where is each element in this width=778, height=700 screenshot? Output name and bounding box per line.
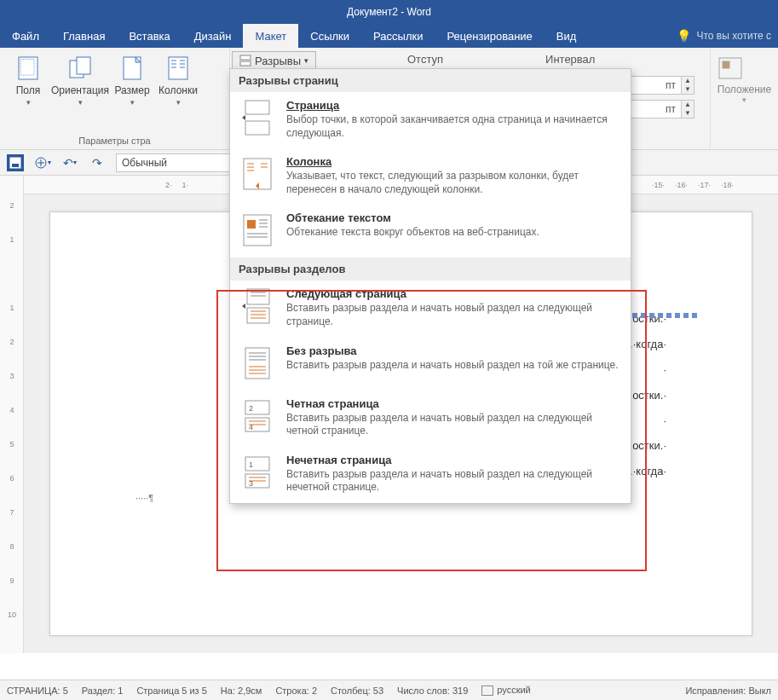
- status-line[interactable]: Строка: 2: [275, 686, 317, 696]
- menu-bar: Файл Главная Вставка Дизайн Макет Ссылки…: [0, 24, 778, 48]
- break-column-item[interactable]: Колонка Указывает, что текст, следующий …: [230, 148, 631, 205]
- svg-rect-12: [240, 55, 251, 60]
- menu-design[interactable]: Дизайн: [182, 24, 244, 48]
- menu-home[interactable]: Главная: [51, 24, 117, 48]
- title-bar: Документ2 - Word: [0, 0, 778, 24]
- chevron-down-icon: ▾: [130, 98, 135, 107]
- break-odd-desc: Вставить разрыв раздела и начать новый р…: [286, 468, 622, 495]
- margins-label: Поля: [16, 85, 41, 96]
- page-break-icon: [239, 99, 276, 136]
- break-wrap-desc: Обтекание текста вокруг объектов на веб-…: [286, 226, 622, 240]
- break-even-desc: Вставить разрыв раздела и начать новый р…: [286, 412, 622, 438]
- save-button[interactable]: [7, 154, 24, 171]
- break-column-desc: Указывает, что текст, следующий за разры…: [286, 170, 622, 196]
- break-continuous-item[interactable]: Без разрыва Вставить разрыв раздела и на…: [230, 338, 631, 390]
- chevron-down-icon: ▾: [78, 98, 83, 107]
- break-wrap-title: Обтекание текстом: [286, 211, 622, 224]
- spin-up-icon[interactable]: ▲: [682, 77, 694, 85]
- book-icon: [481, 686, 493, 696]
- status-words[interactable]: Число слов: 319: [397, 686, 468, 696]
- svg-rect-28: [244, 215, 271, 246]
- undo-button[interactable]: ↶▾: [61, 154, 78, 171]
- chevron-down-icon: ▾: [304, 56, 308, 65]
- break-column-title: Колонка: [286, 155, 622, 168]
- orientation-button[interactable]: Ориентация ▾: [51, 51, 109, 107]
- svg-rect-0: [19, 57, 37, 79]
- break-continuous-title: Без разрыва: [286, 344, 622, 357]
- break-wrap-item[interactable]: Обтекание текстом Обтекание текста вокру…: [230, 205, 631, 257]
- menu-layout[interactable]: Макет: [243, 24, 298, 48]
- menu-insert[interactable]: Вставка: [117, 24, 182, 48]
- even-page-break-icon: 24: [239, 397, 276, 435]
- vertical-ruler: 2112345678910: [0, 176, 24, 653]
- margins-button[interactable]: Поля ▾: [5, 51, 51, 107]
- redo-button[interactable]: ↷: [89, 154, 106, 171]
- orientation-icon: [66, 55, 94, 82]
- svg-rect-20: [245, 101, 269, 114]
- margins-icon: [14, 55, 42, 82]
- menu-mailings[interactable]: Рассылки: [361, 24, 435, 48]
- size-button[interactable]: Размер ▾: [109, 51, 155, 107]
- columns-button[interactable]: Колонки ▾: [155, 51, 201, 107]
- svg-text:4: 4: [249, 423, 253, 431]
- menu-file[interactable]: Файл: [0, 24, 51, 48]
- spacing-before-spinner[interactable]: пт ▲▼: [631, 76, 694, 95]
- size-icon: [118, 55, 146, 82]
- spacing-before-input[interactable]: [631, 79, 666, 91]
- size-label: Размер: [114, 85, 149, 96]
- menu-view[interactable]: Вид: [545, 24, 589, 48]
- svg-rect-35: [247, 289, 269, 304]
- spin-down-icon[interactable]: ▼: [682, 109, 694, 118]
- bulb-icon: 💡: [677, 29, 691, 43]
- break-odd-page-item[interactable]: 13 Нечетная страница Вставить разрыв раз…: [230, 447, 631, 503]
- break-next-desc: Вставить разрыв раздела и начать новый р…: [286, 302, 622, 328]
- orientation-label: Ориентация: [51, 85, 109, 96]
- break-continuous-desc: Вставить разрыв раздела и начать новый р…: [286, 359, 622, 373]
- spin-up-icon[interactable]: ▲: [682, 101, 694, 109]
- window-title: Документ2 - Word: [347, 6, 431, 18]
- columns-icon: [164, 55, 192, 82]
- breaks-label: Разрывы: [255, 55, 301, 67]
- section-breaks-header: Разрывы разделов: [230, 257, 631, 281]
- status-language[interactable]: русский: [481, 685, 530, 696]
- indent-header: Отступ: [407, 53, 443, 66]
- break-page-item[interactable]: Страница Выбор точки, в которой заканчив…: [230, 92, 631, 148]
- status-page[interactable]: СТРАНИЦА: 5: [7, 686, 68, 696]
- status-column[interactable]: Столбец: 53: [331, 686, 383, 696]
- svg-rect-29: [247, 220, 256, 229]
- svg-rect-42: [245, 348, 269, 379]
- svg-rect-13: [240, 61, 251, 66]
- position-icon: [717, 56, 743, 80]
- continuous-break-icon: [239, 344, 276, 382]
- breaks-dropdown: Разрывы страниц Страница Выбор точки, в …: [229, 68, 631, 504]
- break-next-page-item[interactable]: Следующая страница Вставить разрыв разде…: [230, 281, 631, 337]
- menu-references[interactable]: Ссылки: [298, 24, 361, 48]
- chevron-down-icon: ▾: [26, 98, 31, 107]
- spacing-after-input[interactable]: [631, 103, 666, 115]
- status-at[interactable]: На: 2,9см: [221, 686, 262, 696]
- spin-down-icon[interactable]: ▼: [682, 85, 694, 94]
- tell-me[interactable]: 💡 Что вы хотите с: [677, 24, 778, 48]
- breaks-icon: [239, 55, 251, 67]
- status-track-changes[interactable]: Исправления: Выкл: [685, 686, 771, 696]
- spacing-after-spinner[interactable]: пт ▲▼: [631, 100, 694, 119]
- menu-review[interactable]: Рецензирование: [435, 24, 544, 48]
- columns-label: Колонки: [158, 85, 198, 96]
- break-even-title: Четная страница: [286, 397, 622, 410]
- svg-rect-15: [723, 61, 729, 68]
- status-section[interactable]: Раздел: 1: [82, 686, 124, 696]
- svg-rect-3: [77, 57, 90, 74]
- position-group: Положение ▾: [710, 48, 778, 149]
- svg-text:1: 1: [249, 460, 253, 469]
- touch-mode-button[interactable]: ▾: [34, 154, 51, 171]
- chevron-down-icon: ▾: [176, 98, 181, 107]
- text-wrap-break-icon: [239, 211, 276, 249]
- spacing-header: Интервал: [545, 53, 595, 66]
- breaks-button[interactable]: Разрывы ▾: [232, 51, 316, 70]
- next-page-break-icon: [239, 287, 276, 325]
- break-even-page-item[interactable]: 24 Четная страница Вставить разрыв разде…: [230, 390, 631, 447]
- status-page-of[interactable]: Страница 5 из 5: [136, 686, 206, 696]
- svg-rect-18: [12, 164, 19, 167]
- break-page-desc: Выбор точки, в которой заканчивается одн…: [286, 113, 622, 140]
- position-button[interactable]: Положение ▾: [717, 56, 771, 104]
